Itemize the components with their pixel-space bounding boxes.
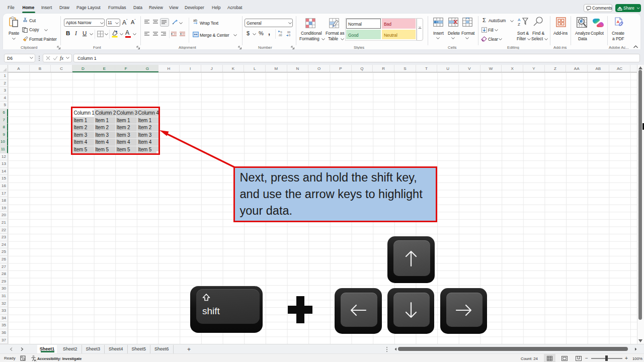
svg-text:A: A xyxy=(617,20,620,24)
svg-text:Z: Z xyxy=(518,22,520,26)
svg-text:ab: ab xyxy=(193,19,197,22)
svg-text:0: 0 xyxy=(289,34,290,37)
svg-text:A: A xyxy=(518,18,521,22)
svg-text:Share: Share xyxy=(623,6,634,11)
svg-text:.00: .00 xyxy=(278,34,282,37)
svg-text:Comments: Comments xyxy=(592,6,612,11)
